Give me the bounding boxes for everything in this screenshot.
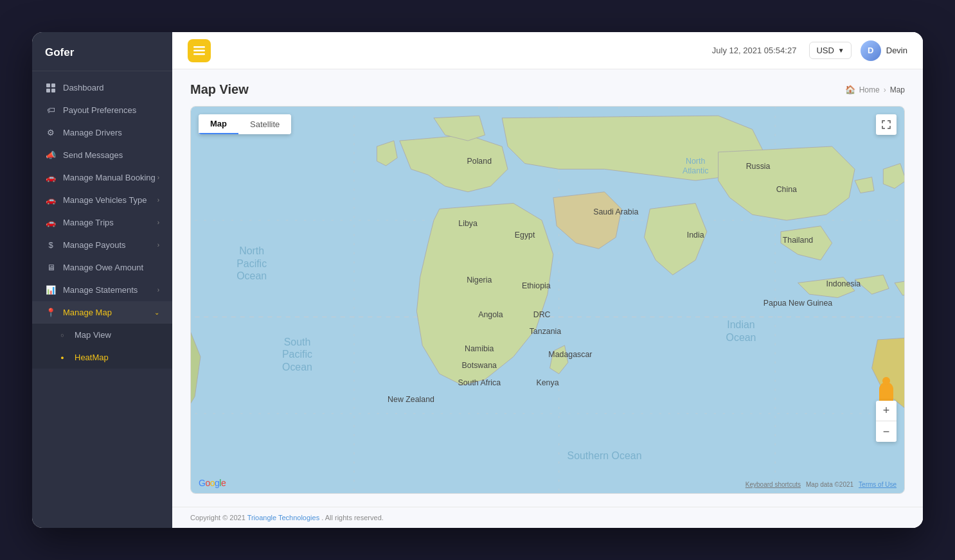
svg-text:Southern Ocean: Southern Ocean [567, 450, 642, 461]
svg-text:Kenya: Kenya [536, 378, 558, 387]
map-tabs: Map Satellite [199, 114, 291, 134]
sidebar-item-manage-statements[interactable]: 📊 Manage Statements › [32, 279, 172, 301]
main-content: July 12, 2021 05:54:27 USD ▼ D Devin Map… [172, 32, 923, 528]
svg-text:Indonesia: Indonesia [826, 279, 861, 288]
sidebar-item-map-view[interactable]: ○ Map View [32, 324, 172, 346]
zoom-in-button[interactable]: + [876, 401, 897, 421]
sidebar-item-label: Manage Trips [63, 218, 157, 227]
sidebar-item-heatmap[interactable]: ● HeatMap [32, 346, 172, 369]
map-tab-map[interactable]: Map [199, 114, 238, 134]
svg-text:Ocean: Ocean [726, 332, 756, 343]
page-title: Map View [190, 82, 249, 97]
menu-button[interactable] [188, 39, 211, 62]
svg-text:Libya: Libya [458, 219, 477, 228]
chevron-right-icon: › [157, 174, 159, 181]
svg-text:Papua New Guinea: Papua New Guinea [763, 299, 832, 308]
megaphone-icon: 📣 [45, 150, 57, 160]
tag-icon: 🏷 [45, 105, 57, 115]
map-data-label: Map data ©2021 [806, 481, 853, 488]
dollar-icon: $ [45, 240, 57, 250]
breadcrumb-home: Home [859, 85, 880, 94]
svg-text:Pacific: Pacific [237, 258, 267, 269]
map-tab-satellite[interactable]: Satellite [238, 114, 291, 134]
sidebar-nav: Dashboard 🏷 Payout Preferences ⚙ Manage … [32, 71, 172, 528]
map-container: North Pacific Ocean South Pacific Ocean … [190, 106, 905, 494]
footer-company-link[interactable]: Trioangle Technologies [247, 514, 320, 521]
user-menu[interactable]: D Devin [861, 40, 907, 61]
manage-map-submenu: ○ Map View ● HeatMap [32, 324, 172, 369]
sidebar-item-label: Manage Vehicles Type [63, 195, 157, 205]
home-icon: 🏠 [845, 85, 855, 94]
sidebar-subitem-label: Map View [75, 330, 159, 340]
sidebar-item-manage-map[interactable]: 📍 Manage Map ⌄ [32, 301, 172, 324]
chart-icon: 📊 [45, 285, 57, 295]
page-footer: Copyright © 2021 Trioangle Technologies … [172, 507, 923, 528]
svg-text:Tanzania: Tanzania [530, 327, 562, 336]
currency-selector[interactable]: USD ▼ [809, 42, 851, 59]
sidebar-item-label: Manage Statements [63, 285, 157, 295]
fullscreen-button[interactable] [876, 114, 897, 135]
chevron-right-icon: › [157, 241, 159, 249]
svg-text:Ocean: Ocean [237, 270, 267, 281]
svg-rect-4 [193, 46, 205, 48]
svg-text:Thailand: Thailand [783, 236, 814, 245]
svg-text:Egypt: Egypt [515, 231, 535, 240]
svg-text:Poland: Poland [467, 157, 492, 166]
keyboard-shortcuts-link[interactable]: Keyboard shortcuts [745, 481, 801, 488]
svg-text:China: China [776, 185, 797, 194]
username-label: Devin [886, 46, 907, 55]
svg-text:Russia: Russia [746, 162, 771, 171]
breadcrumb: 🏠 Home › Map [845, 85, 905, 94]
grid-icon [45, 83, 57, 92]
sidebar-item-label: Manage Map [63, 308, 154, 317]
breadcrumb-row: Map View 🏠 Home › Map [190, 82, 905, 97]
sidebar-item-dashboard[interactable]: Dashboard [32, 76, 172, 99]
chevron-right-icon: › [157, 286, 159, 293]
sidebar-item-manage-manual-booking[interactable]: 🚗 Manage Manual Booking › [32, 166, 172, 189]
monitor-icon: 🖥 [45, 263, 57, 272]
dropdown-arrow-icon: ▼ [838, 47, 844, 54]
car-icon: 🚗 [45, 173, 57, 182]
zoom-out-button[interactable]: − [876, 421, 897, 442]
breadcrumb-separator: › [884, 85, 886, 94]
sidebar-item-manage-owe-amount[interactable]: 🖥 Manage Owe Amount [32, 256, 172, 279]
circle-icon: ○ [57, 332, 68, 338]
sidebar-item-manage-trips[interactable]: 🚗 Manage Trips › [32, 211, 172, 234]
breadcrumb-current: Map [890, 85, 905, 94]
svg-text:Ethiopia: Ethiopia [522, 281, 551, 290]
car-icon: 🚗 [45, 195, 57, 205]
zoom-controls: + − [876, 401, 897, 442]
sidebar-item-manage-vehicles-type[interactable]: 🚗 Manage Vehicles Type › [32, 189, 172, 211]
footer-copyright: Copyright © 2021 [190, 514, 245, 521]
sidebar-item-send-messages[interactable]: 📣 Send Messages [32, 144, 172, 166]
chevron-right-icon: › [157, 197, 159, 204]
circle-filled-icon: ● [57, 354, 68, 361]
svg-rect-0 [46, 83, 50, 87]
car-icon: 🚗 [45, 218, 57, 227]
footer-rights: . All rights reserved. [321, 514, 384, 521]
sidebar-item-label: Manage Manual Booking [63, 173, 157, 182]
page-area: Map View 🏠 Home › Map [172, 69, 923, 507]
svg-rect-1 [51, 83, 55, 87]
svg-text:DRC: DRC [533, 310, 551, 319]
currency-value: USD [816, 46, 834, 55]
chevron-down-icon: ⌄ [154, 309, 159, 316]
sidebar-item-label: Manage Drivers [63, 128, 159, 137]
datetime-display: July 12, 2021 05:54:27 [712, 46, 797, 55]
sidebar-item-manage-drivers[interactable]: ⚙ Manage Drivers [32, 121, 172, 144]
sidebar-item-payout-preferences[interactable]: 🏷 Payout Preferences [32, 99, 172, 121]
avatar: D [861, 40, 881, 61]
settings-icon: ⚙ [45, 128, 57, 137]
sidebar-logo: Gofer [32, 32, 172, 71]
sidebar-subitem-label: HeatMap [75, 353, 159, 362]
svg-text:South Africa: South Africa [458, 378, 501, 387]
svg-rect-2 [46, 89, 50, 92]
svg-text:New Zealand: New Zealand [388, 395, 434, 404]
svg-text:Nigeria: Nigeria [467, 276, 492, 284]
sidebar-item-label: Payout Preferences [63, 105, 159, 115]
svg-text:Namibia: Namibia [465, 344, 494, 353]
sidebar-item-manage-payouts[interactable]: $ Manage Payouts › [32, 234, 172, 256]
map-footer-right: Keyboard shortcuts Map data ©2021 Terms … [745, 481, 897, 488]
map-logo: Google [199, 478, 226, 488]
terms-of-use-link[interactable]: Terms of Use [859, 481, 897, 488]
